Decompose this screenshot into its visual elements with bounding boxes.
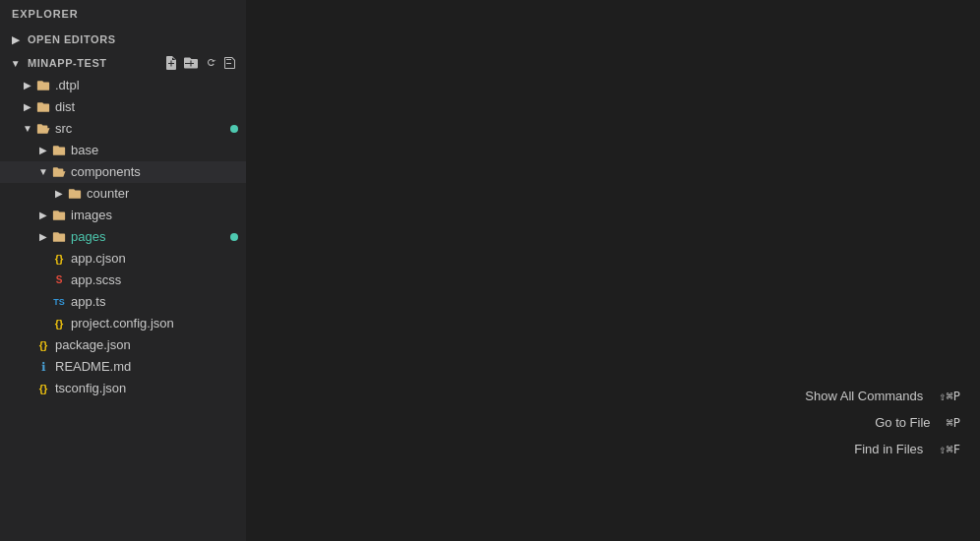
tree-item-app-cjson[interactable]: {} app.cjson (0, 248, 246, 270)
sidebar-title: EXPLORER (0, 0, 246, 28)
chevron-counter: ▶ (51, 186, 67, 202)
label-base: base (71, 140, 98, 161)
label-pages: pages (71, 226, 105, 248)
project-actions (163, 55, 238, 71)
tree-item-src[interactable]: ▼ src (0, 118, 246, 140)
project-header: ▼ MINAPP-TEST (0, 51, 246, 75)
file-tree: ▶ .dtpl ▶ dist ▼ src ▶ (0, 75, 246, 541)
chevron-pages: ▶ (35, 229, 51, 245)
folder-icon-base (51, 143, 67, 158)
open-editors-label: OPEN EDITORS (28, 33, 116, 45)
find-files-shortcut: ⇧⌘F (939, 443, 960, 456)
goto-file-label: Go to File (875, 415, 930, 430)
goto-file-kbd: ⌘P (947, 416, 960, 430)
open-editors-section[interactable]: ▶ OPEN EDITORS (0, 28, 246, 51)
tree-item-images[interactable]: ▶ images (0, 205, 246, 226)
scss-icon-app-scss: S (51, 272, 67, 288)
json-icon-app-cjson: {} (51, 251, 67, 267)
label-app-ts: app.ts (71, 291, 105, 313)
project-chevron: ▼ (8, 55, 24, 71)
tree-item-app-scss[interactable]: S app.scss (0, 270, 246, 291)
project-label: MINAPP-TEST (28, 57, 107, 69)
collapse-all-icon[interactable] (222, 55, 238, 71)
label-counter: counter (87, 183, 129, 205)
tree-item-app-ts[interactable]: TS app.ts (0, 291, 246, 313)
chevron-components: ▼ (35, 164, 51, 180)
tree-item-project-config[interactable]: {} project.config.json (0, 313, 246, 334)
open-editors-header-left: ▶ OPEN EDITORS (8, 31, 116, 47)
chevron-dtpl: ▶ (20, 78, 35, 93)
command-row-show-all[interactable]: Show All Commands ⇧⌘P (805, 383, 960, 409)
project-header-left[interactable]: ▼ MINAPP-TEST (8, 55, 107, 71)
label-components: components (71, 161, 141, 183)
folder-icon-src (35, 121, 51, 137)
chevron-src: ▼ (20, 121, 35, 137)
label-dist: dist (55, 96, 75, 118)
json-icon-project-config: {} (51, 316, 67, 331)
sidebar: EXPLORER ▶ OPEN EDITORS ▼ MINAPP-TEST (0, 0, 246, 541)
folder-icon-images (51, 208, 67, 223)
label-readme: README.md (55, 356, 131, 378)
tree-item-counter[interactable]: ▶ counter (0, 183, 246, 205)
chevron-base: ▶ (35, 143, 51, 158)
folder-icon-pages (51, 229, 67, 245)
label-dtpl: .dtpl (55, 75, 80, 96)
label-project-config: project.config.json (71, 313, 174, 334)
show-all-commands-label: Show All Commands (805, 389, 923, 403)
open-editors-chevron: ▶ (8, 31, 24, 47)
label-src: src (55, 118, 72, 140)
tree-item-readme[interactable]: ℹ README.md (0, 356, 246, 378)
find-files-label: Find in Files (854, 442, 923, 456)
tree-item-components[interactable]: ▼ components (0, 161, 246, 183)
show-all-commands-kbd: ⇧⌘P (939, 390, 960, 403)
label-images: images (71, 205, 112, 226)
refresh-icon[interactable] (203, 55, 218, 71)
command-overlay: Show All Commands ⇧⌘P Go to File ⌘P Find… (805, 383, 960, 462)
tree-item-tsconfig[interactable]: {} tsconfig.json (0, 378, 246, 399)
pages-badge (230, 233, 238, 241)
new-folder-icon[interactable] (183, 55, 199, 71)
folder-icon-dist (35, 99, 51, 115)
md-icon-readme: ℹ (35, 359, 51, 375)
folder-icon-components (51, 164, 67, 180)
tree-item-dtpl[interactable]: ▶ .dtpl (0, 75, 246, 96)
tree-item-pages[interactable]: ▶ pages (0, 226, 246, 248)
show-all-commands-shortcut: ⇧⌘P (939, 390, 960, 403)
tree-item-dist[interactable]: ▶ dist (0, 96, 246, 118)
json-icon-tsconfig: {} (35, 381, 51, 396)
label-tsconfig: tsconfig.json (55, 378, 126, 399)
goto-file-shortcut: ⌘P (947, 416, 960, 430)
label-package-json: package.json (55, 334, 131, 356)
src-badge (230, 125, 238, 133)
command-row-find-files[interactable]: Find in Files ⇧⌘F (805, 436, 960, 462)
label-app-cjson: app.cjson (71, 248, 126, 270)
label-app-scss: app.scss (71, 270, 121, 291)
main-area: Show All Commands ⇧⌘P Go to File ⌘P Find… (246, 0, 980, 541)
tree-item-base[interactable]: ▶ base (0, 140, 246, 161)
folder-icon-dtpl (35, 78, 51, 93)
folder-icon-counter (67, 186, 83, 202)
chevron-dist: ▶ (20, 99, 35, 115)
tree-item-package-json[interactable]: {} package.json (0, 334, 246, 356)
json-icon-package-json: {} (35, 337, 51, 353)
command-row-goto-file[interactable]: Go to File ⌘P (805, 409, 960, 436)
new-file-icon[interactable] (163, 55, 179, 71)
find-files-kbd: ⇧⌘F (939, 443, 960, 456)
chevron-images: ▶ (35, 208, 51, 223)
ts-icon-app-ts: TS (51, 294, 67, 310)
